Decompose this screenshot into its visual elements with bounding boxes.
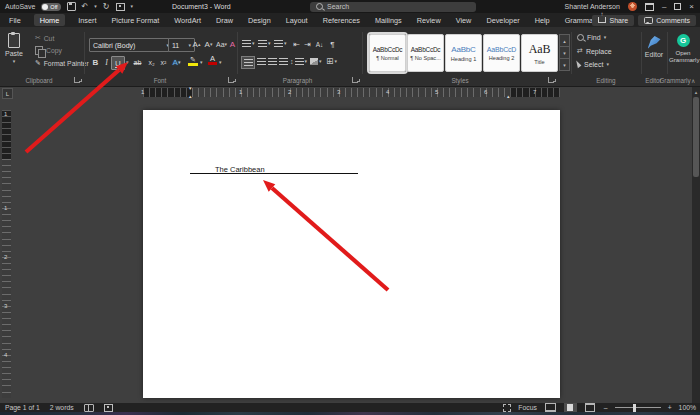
italic-button[interactable]: I [102, 56, 111, 68]
vertical-ruler[interactable]: 1 1 2 3 4 [2, 110, 11, 398]
style-normal[interactable]: AaBbCcDc ¶ Normal [369, 34, 406, 72]
font-dialog-launcher[interactable] [228, 77, 234, 83]
decrease-indent-button[interactable]: ⇤ [292, 38, 301, 50]
highlight-color-button[interactable]: ✎ [188, 57, 198, 66]
subscript-button[interactable]: x₂ [147, 56, 156, 68]
vertical-scrollbar[interactable]: ▴ [692, 87, 700, 403]
focus-label[interactable]: Focus [518, 404, 537, 411]
tab-review[interactable]: Review [415, 14, 443, 26]
text-effects-button[interactable]: A▾ [172, 56, 181, 68]
horizontal-ruler[interactable]: 1 1 2 3 4 5 6 7 ▾ ▴ ▴ [143, 88, 560, 97]
shading-button[interactable]: ▾ [310, 58, 322, 65]
scrollbar-thumb[interactable] [693, 97, 699, 177]
superscript-button[interactable]: x² [159, 56, 168, 68]
search-box[interactable]: Search [310, 2, 476, 12]
tab-insert[interactable]: Insert [76, 14, 98, 26]
underline-caret-icon[interactable]: ▾ [126, 60, 129, 65]
font-name-select[interactable]: Calibri (Body) ▾ [89, 38, 173, 52]
print-layout-button[interactable] [564, 403, 577, 412]
tab-file[interactable]: File [7, 14, 23, 26]
bullets-button[interactable]: ▾ [242, 40, 255, 47]
zoom-level[interactable]: 100% [679, 404, 696, 411]
tab-view[interactable]: View [454, 14, 474, 26]
tab-help[interactable]: Help [533, 14, 552, 26]
tab-references[interactable]: References [321, 14, 362, 26]
style-heading-2[interactable]: AaBbCcD Heading 2 [483, 34, 520, 72]
web-layout-button[interactable] [584, 403, 597, 412]
justify-button[interactable] [277, 56, 289, 67]
collapse-ribbon-icon[interactable]: ∧ [691, 77, 695, 84]
comments-button[interactable]: Comments [638, 15, 696, 26]
styles-dialog-launcher[interactable] [548, 77, 554, 83]
style-heading-1[interactable]: AaBbC Heading 1 [445, 34, 482, 72]
page-indicator[interactable]: Page 1 of 1 [5, 404, 40, 411]
close-button[interactable]: × [689, 2, 694, 12]
word-count[interactable]: 2 words [50, 404, 74, 411]
numbering-button[interactable]: ▾ [258, 40, 271, 47]
font-size-select[interactable]: 11 ▾ [168, 38, 195, 52]
tab-mailings[interactable]: Mailings [373, 14, 404, 26]
font-color-button[interactable]: A [208, 56, 217, 65]
highlight-caret-icon[interactable]: ▾ [200, 60, 203, 65]
tab-stop-selector[interactable]: L [2, 88, 13, 99]
multilevel-list-button[interactable]: ▾ [274, 40, 287, 47]
increase-indent-button[interactable]: ⇥ [303, 38, 312, 50]
tab-draw[interactable]: Draw [214, 14, 235, 26]
open-grammarly-button[interactable]: G Open Grammarly [669, 34, 697, 63]
change-case-button[interactable]: Aa▾ [216, 38, 227, 50]
font-color-caret-icon[interactable]: ▾ [219, 60, 222, 65]
show-marks-button[interactable]: ¶ [328, 38, 337, 50]
tab-picture-format[interactable]: Picture Format [109, 14, 161, 26]
borders-button[interactable]: ⊞▾ [326, 56, 337, 66]
autosave-toggle[interactable]: Off [41, 3, 60, 11]
zoom-slider[interactable] [615, 407, 661, 408]
style-title[interactable]: AaB Title [521, 34, 558, 72]
tab-home[interactable]: Home [34, 14, 65, 26]
first-line-indent-marker[interactable]: ▾ [189, 86, 192, 90]
grow-font-button[interactable]: A▴ [192, 38, 201, 50]
editor-button[interactable]: Editor [644, 36, 664, 58]
shrink-font-button[interactable]: A▾ [204, 38, 213, 50]
underline-button[interactable]: U [111, 56, 125, 70]
find-button[interactable]: Find ▾ [577, 34, 606, 41]
scrollbar-up-icon[interactable]: ▴ [692, 87, 700, 96]
zoom-in-button[interactable]: + [668, 404, 672, 411]
tab-design[interactable]: Design [246, 14, 273, 26]
document-page[interactable]: The Caribbean [143, 110, 560, 398]
clear-formatting-button[interactable]: A [228, 38, 237, 50]
tab-layout[interactable]: Layout [284, 14, 310, 26]
minimize-button[interactable]: – [662, 2, 666, 12]
tab-wordart[interactable]: WordArt [172, 14, 203, 26]
replace-button[interactable]: ⇄ Replace [577, 47, 612, 55]
redo-icon[interactable]: ↻ [103, 3, 110, 11]
ribbon-display-options-icon[interactable] [645, 3, 654, 11]
styles-gallery-more-button[interactable]: ▾ [559, 58, 570, 71]
paste-caret-icon[interactable]: ▾ [13, 59, 16, 64]
cut-button[interactable]: ✂ Cut [35, 34, 54, 42]
right-indent-marker[interactable]: ▴ [507, 94, 510, 98]
clipboard-dialog-launcher[interactable] [74, 77, 80, 83]
proofing-icon[interactable] [84, 404, 94, 412]
avatar[interactable] [628, 2, 637, 11]
undo-caret-icon[interactable]: ▾ [94, 4, 97, 9]
select-button[interactable]: Select ▾ [577, 60, 609, 68]
strikethrough-button[interactable]: ab [133, 56, 142, 68]
save-icon[interactable] [67, 2, 76, 11]
format-painter-button[interactable]: ✎ Format Painter [35, 59, 89, 67]
qat-customize-icon[interactable]: ▾ [131, 4, 134, 9]
accessibility-icon[interactable] [104, 404, 113, 412]
sort-button[interactable]: A↓ [315, 38, 324, 50]
zoom-out-button[interactable]: – [604, 404, 608, 411]
document-heading-text[interactable]: The Caribbean [215, 165, 265, 174]
read-mode-button[interactable] [544, 403, 557, 412]
touch-mode-icon[interactable] [116, 3, 125, 11]
restore-button[interactable] [674, 3, 681, 10]
style-no-spacing[interactable]: AaBbCcDc ¶ No Spac... [407, 34, 444, 72]
share-button[interactable]: Share [592, 15, 634, 26]
paste-button[interactable]: Paste ▾ [5, 33, 23, 64]
undo-icon[interactable]: ↶ [82, 3, 89, 11]
left-indent-marker[interactable]: ▴ [189, 94, 192, 98]
bold-button[interactable]: B [91, 56, 100, 68]
align-left-button[interactable] [241, 56, 255, 69]
focus-icon[interactable] [503, 404, 511, 412]
